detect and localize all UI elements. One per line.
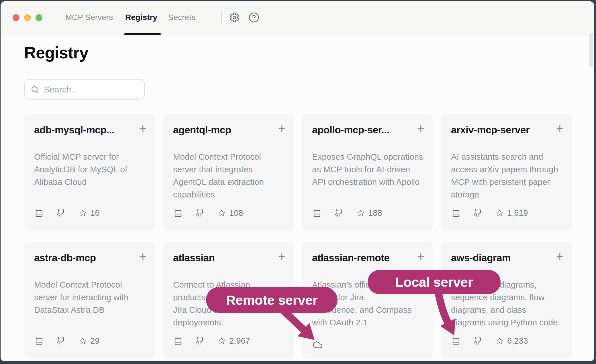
add-server-button[interactable]: + xyxy=(556,250,564,263)
tab-secrets[interactable]: Secrets xyxy=(168,13,195,22)
server-name: apollo-mcp-ser... xyxy=(312,124,389,136)
minimize-window-button[interactable] xyxy=(24,14,31,21)
tab-mcp-servers[interactable]: MCP Servers xyxy=(65,13,113,22)
server-description: Exposes GraphQL operations as MCP tools … xyxy=(312,151,427,188)
laptop-icon xyxy=(313,209,321,217)
server-card-arxiv-mcp-server[interactable]: arxiv-mcp-server + AI assistants search … xyxy=(441,114,572,231)
server-card-apollo-mcp-server[interactable]: apollo-mcp-ser... + Exposes GraphQL oper… xyxy=(302,114,433,231)
github-icon[interactable] xyxy=(474,337,482,345)
card-footer: 29 xyxy=(35,336,99,346)
toolbar-divider xyxy=(221,11,222,25)
star-count: 6,233 xyxy=(507,336,528,346)
card-footer xyxy=(313,336,323,350)
add-server-button[interactable]: + xyxy=(139,122,147,135)
remote-server-callout: Remote server xyxy=(206,287,338,313)
server-name: agentql-mcp xyxy=(173,124,231,136)
add-server-button[interactable]: + xyxy=(278,122,286,135)
server-card-aws-diagram[interactable]: aws-diagram + Create AWS diagrams, seque… xyxy=(441,242,572,359)
star-icon xyxy=(218,337,226,345)
server-name: astra-db-mcp xyxy=(34,252,96,264)
search-input[interactable] xyxy=(43,80,142,100)
github-icon[interactable] xyxy=(57,337,65,345)
star-icon xyxy=(218,209,226,217)
laptop-icon xyxy=(452,209,460,217)
server-name: atlassian-remote xyxy=(312,252,389,264)
server-card-adb-mysql-mcp[interactable]: adb-mysql-mcp... + Official MCP server f… xyxy=(24,114,155,231)
server-description: AI assistants search and access arXiv pa… xyxy=(451,151,566,201)
laptop-icon xyxy=(35,337,44,345)
server-name: atlassian xyxy=(173,252,215,264)
star-icon xyxy=(496,209,503,217)
star-icon xyxy=(79,337,87,345)
star-icon xyxy=(496,337,503,345)
help-icon[interactable] xyxy=(248,12,259,23)
github-icon[interactable] xyxy=(474,209,482,217)
page-title: Registry xyxy=(24,43,88,62)
star-count: 29 xyxy=(90,336,99,346)
star-icon xyxy=(357,209,364,217)
close-window-button[interactable] xyxy=(13,14,19,21)
card-footer: 6,233 xyxy=(452,336,528,346)
titlebar: MCP Servers Registry Secrets xyxy=(1,1,594,36)
github-icon[interactable] xyxy=(196,337,204,345)
laptop-icon xyxy=(452,337,460,345)
github-icon[interactable] xyxy=(196,209,204,217)
server-name: aws-diagram xyxy=(451,252,511,264)
card-footer: 16 xyxy=(35,208,99,218)
active-tab-underline xyxy=(124,33,161,35)
zoom-window-button[interactable] xyxy=(36,14,42,21)
laptop-icon xyxy=(174,209,183,217)
scrollbar-thumb[interactable] xyxy=(589,33,593,67)
add-server-button[interactable]: + xyxy=(417,122,425,135)
app-window: MCP Servers Registry Secrets Registry xyxy=(1,1,594,361)
server-card-agentql-mcp[interactable]: agentql-mcp + Model Context Protocol ser… xyxy=(163,114,294,231)
local-server-callout: Local server xyxy=(368,270,501,294)
settings-gear-icon[interactable] xyxy=(229,12,240,23)
add-server-button[interactable]: + xyxy=(417,250,425,263)
github-icon[interactable] xyxy=(57,209,65,217)
card-footer: 1,619 xyxy=(452,208,528,218)
desktop-background: MCP Servers Registry Secrets Registry xyxy=(0,0,596,364)
server-card-astra-db-mcp[interactable]: astra-db-mcp + Model Context Protocol se… xyxy=(24,242,155,359)
star-count: 2,967 xyxy=(229,336,250,346)
search-box xyxy=(24,79,145,100)
server-description: Model Context Protocol server for intera… xyxy=(34,278,149,316)
star-icon xyxy=(79,209,87,217)
server-name: arxiv-mcp-server xyxy=(451,124,530,136)
laptop-icon xyxy=(35,209,44,217)
card-footer: 108 xyxy=(174,208,243,218)
card-footer: 2,967 xyxy=(174,336,250,346)
add-server-button[interactable]: + xyxy=(556,122,564,135)
star-count: 16 xyxy=(90,208,99,218)
search-icon xyxy=(31,85,39,94)
cloud-icon xyxy=(313,340,323,350)
add-server-button[interactable]: + xyxy=(278,250,286,263)
github-icon[interactable] xyxy=(335,209,343,217)
star-count: 108 xyxy=(229,208,243,218)
add-server-button[interactable]: + xyxy=(139,250,147,263)
star-count: 188 xyxy=(368,208,382,218)
server-description: Official MCP server for AnalyticDB for M… xyxy=(34,151,149,188)
server-description: Model Context Protocol server that integ… xyxy=(173,151,288,201)
card-footer: 188 xyxy=(313,208,382,218)
star-count: 1,619 xyxy=(507,208,528,218)
tab-registry[interactable]: Registry xyxy=(125,13,157,22)
server-name: adb-mysql-mcp... xyxy=(34,124,114,136)
laptop-icon xyxy=(174,337,183,345)
